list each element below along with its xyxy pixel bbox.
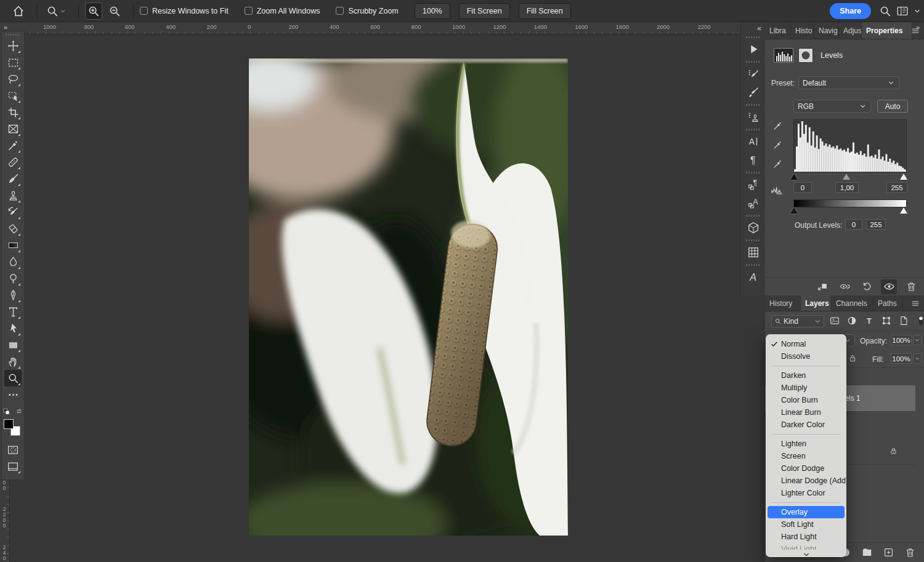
blend-mode-screen[interactable]: Screen <box>768 450 845 462</box>
opacity-field[interactable]: 100% <box>891 335 912 345</box>
type-tool[interactable] <box>4 303 22 320</box>
history-brush-tool[interactable] <box>4 204 22 220</box>
object-selection-tool[interactable] <box>4 87 22 104</box>
white-point-eyedropper-icon[interactable] <box>772 159 783 169</box>
gray-point-eyedropper-icon[interactable] <box>772 140 783 150</box>
filter-smart-objects[interactable] <box>897 314 910 327</box>
zoom-in-button[interactable] <box>85 2 102 20</box>
blend-mode-dissolve[interactable]: Dissolve <box>768 350 845 363</box>
histogram-warning-icon[interactable] <box>771 185 782 195</box>
dodge-tool[interactable] <box>4 270 22 287</box>
character-panel-button[interactable] <box>744 133 763 150</box>
path-selection-tool[interactable] <box>4 320 22 337</box>
foreground-color-swatch[interactable] <box>4 419 14 429</box>
input-black-field[interactable]: 0 <box>793 182 812 193</box>
blend-mode-darker-color[interactable]: Darker Color <box>768 419 845 431</box>
filter-type-layers[interactable] <box>862 314 876 327</box>
auto-button[interactable]: Auto <box>877 100 908 113</box>
screen-mode-button[interactable] <box>4 458 22 475</box>
blend-mode-vivid-light[interactable]: Vivid Light <box>768 543 845 550</box>
glyphs-panel-button[interactable] <box>744 268 763 286</box>
workspace-button[interactable] <box>896 4 909 18</box>
fill-chevron[interactable] <box>913 353 922 364</box>
delete-layer-button[interactable] <box>902 545 918 560</box>
panel-grip[interactable] <box>746 36 761 38</box>
character-styles-panel-button[interactable] <box>744 195 763 212</box>
tab-channels[interactable]: Channels <box>832 295 873 311</box>
zoom-all-windows-checkbox-box[interactable] <box>245 7 253 15</box>
tab-libra[interactable]: Libra <box>765 22 791 39</box>
filter-adjustment-layers[interactable] <box>845 314 859 327</box>
checkbox-zoom-all-windows[interactable]: Zoom All Windows <box>245 7 320 15</box>
filter-type-select[interactable]: Kind <box>771 315 824 327</box>
tab-layers[interactable]: Layers <box>801 295 832 311</box>
brush-settings-panel-button[interactable] <box>744 65 763 82</box>
blend-mode-soft-light[interactable]: Soft Light <box>768 518 845 531</box>
panel-grip[interactable] <box>746 264 761 266</box>
marquee-tool[interactable] <box>4 54 22 71</box>
brushes-panel-button[interactable] <box>744 84 763 101</box>
fit-screen-button[interactable]: Fit Screen <box>459 3 510 19</box>
tab-paths[interactable]: Paths <box>873 295 903 311</box>
tab-history[interactable]: History <box>765 295 801 311</box>
checkbox-resize-windows-to-fit[interactable]: Resize Windows to Fit <box>140 7 229 15</box>
levels-histogram[interactable] <box>793 119 907 172</box>
input-white-field[interactable]: 255 <box>886 182 907 193</box>
zoom-percentage-button[interactable]: 100% <box>415 3 450 19</box>
blend-mode-multiply[interactable]: Multiply <box>768 382 845 394</box>
view-previous-state-button[interactable] <box>837 279 853 294</box>
layer-mask-icon[interactable] <box>798 48 813 63</box>
filter-toggle[interactable] <box>914 314 924 327</box>
tab-properties[interactable]: Properties <box>862 22 912 39</box>
filter-image-layers[interactable] <box>828 314 841 327</box>
blend-mode-linear-burn[interactable]: Linear Burn <box>768 406 845 419</box>
brush-tool[interactable] <box>4 171 22 187</box>
quick-mask-button[interactable] <box>4 441 22 458</box>
zoom-out-button[interactable] <box>106 2 123 20</box>
lock-all-icon[interactable] <box>848 353 857 363</box>
panel-grip[interactable] <box>6 34 20 36</box>
panel-grip[interactable] <box>746 215 761 217</box>
blend-mode-darken[interactable]: Darken <box>768 369 845 382</box>
preset-select[interactable]: Default <box>798 76 899 89</box>
threed-panel-button[interactable] <box>744 219 763 236</box>
clone-stamp-tool[interactable] <box>4 187 22 204</box>
panel-grip[interactable] <box>746 61 761 63</box>
resize-windows-to-fit-checkbox-box[interactable] <box>140 7 148 15</box>
tab-adjus[interactable]: Adjus <box>839 22 862 39</box>
blend-mode-color-burn[interactable]: Color Burn <box>768 394 845 406</box>
actions-panel-button[interactable] <box>744 41 763 58</box>
eyedropper-tool[interactable] <box>4 137 22 154</box>
blend-mode-normal[interactable]: Normal <box>768 338 845 350</box>
tab-histo[interactable]: Histo <box>791 22 814 39</box>
output-black-slider[interactable] <box>790 207 798 214</box>
canvas-image[interactable] <box>249 58 568 536</box>
share-button[interactable]: Share <box>830 3 871 19</box>
eraser-tool[interactable] <box>4 220 22 237</box>
fill-screen-button[interactable]: Fill Screen <box>519 3 571 19</box>
black-point-eyedropper-icon[interactable] <box>772 121 783 131</box>
workspace-chevron[interactable] <box>913 7 922 15</box>
toolbar-expand-icon[interactable]: » <box>4 23 7 31</box>
delete-adjustment-button[interactable] <box>903 279 919 294</box>
opacity-chevron[interactable] <box>913 335 922 345</box>
panel-grip[interactable] <box>746 239 761 241</box>
input-white-slider[interactable] <box>900 174 907 180</box>
panel-grip[interactable] <box>746 172 761 174</box>
expand-panels-icon[interactable]: » <box>916 23 919 31</box>
collapse-panels-icon[interactable]: « <box>757 24 760 33</box>
reset-adjustment-button[interactable] <box>859 279 875 294</box>
filter-shape-layers[interactable] <box>880 314 893 327</box>
channel-select[interactable]: RGB <box>793 100 871 113</box>
move-tool[interactable] <box>4 38 22 54</box>
scrubby-zoom-checkbox-box[interactable] <box>336 7 344 15</box>
blur-tool[interactable] <box>4 254 22 270</box>
paragraph-panel-button[interactable] <box>744 151 763 169</box>
clone-source-panel-button[interactable] <box>744 108 763 126</box>
panel-grip[interactable] <box>746 129 761 130</box>
rectangle-tool[interactable] <box>4 337 22 353</box>
frame-tool[interactable] <box>4 121 22 137</box>
input-gamma-slider[interactable] <box>843 174 850 180</box>
blend-mode-lighten[interactable]: Lighten <box>768 438 845 450</box>
visibility-toggle-button[interactable] <box>881 279 897 294</box>
